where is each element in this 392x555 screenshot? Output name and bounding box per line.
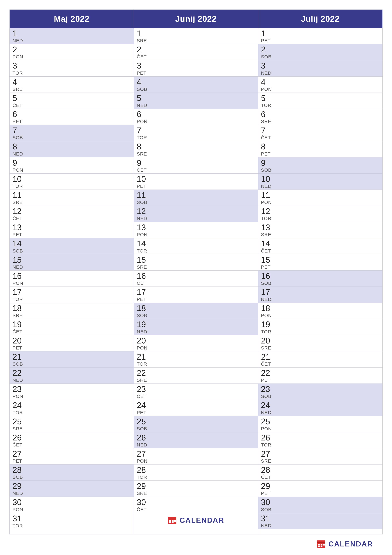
day-row: 17TOR — [10, 287, 134, 303]
day-number: 11 — [13, 191, 131, 200]
day-name: PET — [137, 410, 255, 415]
day-row: 15NED — [10, 254, 134, 270]
day-number: 9 — [261, 158, 379, 167]
day-name: PON — [137, 232, 255, 237]
day-number: 6 — [137, 110, 255, 119]
day-row: 2SOB — [258, 44, 382, 60]
day-name: SOB — [13, 475, 131, 480]
day-number: 19 — [13, 320, 131, 329]
day-name: TOR — [261, 329, 379, 335]
day-row: 8PET — [258, 141, 382, 157]
day-name: PET — [261, 264, 379, 270]
inline-logo-text: CALENDAR — [179, 516, 224, 525]
day-name: NED — [13, 378, 131, 383]
day-number: 8 — [137, 142, 255, 151]
day-number: 22 — [137, 368, 255, 378]
day-name: NED — [261, 183, 379, 189]
day-number: 9 — [137, 158, 255, 167]
day-number: 23 — [137, 385, 255, 394]
month-column-1: Junij 20221SRE2ČET3PET4SOB5NED6PON7TOR8S… — [134, 10, 258, 534]
day-name: SOB — [13, 135, 131, 140]
day-row: 8NED — [10, 141, 134, 157]
day-name: PET — [13, 458, 131, 464]
day-name: ČET — [13, 442, 131, 448]
day-name: SOB — [261, 54, 379, 59]
day-row: 4SRE — [10, 77, 134, 93]
day-name: ČET — [261, 248, 379, 254]
day-number: 21 — [261, 352, 379, 361]
day-row: 27PET — [10, 448, 134, 465]
svg-rect-12 — [321, 544, 322, 546]
day-number: 30 — [13, 498, 131, 507]
day-number: 4 — [261, 78, 379, 87]
day-name: NED — [261, 70, 379, 76]
day-number: 29 — [13, 482, 131, 491]
day-number: 16 — [13, 271, 131, 280]
day-number: 12 — [261, 207, 379, 216]
day-name: ČET — [13, 103, 131, 108]
day-number: 20 — [137, 336, 255, 345]
day-number: 23 — [13, 385, 131, 394]
day-row: 28ČET — [258, 465, 382, 481]
day-row: 18SOB — [134, 303, 258, 319]
day-number: 14 — [261, 239, 379, 248]
day-name: PON — [261, 426, 379, 431]
day-row: 9ČET — [134, 157, 258, 174]
day-name: SRE — [13, 87, 131, 92]
day-number: 29 — [261, 482, 379, 491]
day-name: SRE — [13, 313, 131, 318]
day-row: 10PET — [134, 174, 258, 190]
day-row: 12TOR — [258, 206, 382, 222]
day-name: TOR — [13, 70, 131, 76]
day-number: 3 — [137, 61, 255, 70]
day-name: SOB — [137, 313, 255, 318]
day-row: 28TOR — [134, 465, 258, 481]
day-name: SRE — [13, 426, 131, 431]
day-number: 17 — [261, 288, 379, 297]
day-number: 21 — [137, 352, 255, 361]
day-name: ČET — [137, 167, 255, 173]
day-row: 16SOB — [258, 270, 382, 287]
day-row: 20SRE — [258, 335, 382, 351]
day-name: TOR — [261, 103, 379, 108]
day-row: 30ČET — [134, 497, 258, 513]
day-number: 10 — [137, 175, 255, 183]
day-number: 19 — [137, 320, 255, 329]
day-name: SOB — [261, 507, 379, 512]
day-name: TOR — [261, 216, 379, 221]
svg-rect-5 — [174, 520, 176, 522]
svg-rect-13 — [323, 544, 325, 546]
day-row: 3TOR — [10, 60, 134, 76]
day-name: NED — [137, 216, 255, 221]
day-name: SOB — [137, 426, 255, 431]
day-name: PON — [13, 507, 131, 512]
day-row: 17NED — [258, 287, 382, 303]
empty-day-row: CALENDAR — [134, 513, 258, 527]
day-name: TOR — [13, 183, 131, 189]
day-row: 6PON — [134, 109, 258, 125]
day-row: 12ČET — [10, 206, 134, 222]
day-row: 16PON — [10, 270, 134, 287]
day-name: NED — [13, 491, 131, 496]
day-name: PET — [261, 151, 379, 157]
day-number: 1 — [137, 29, 255, 38]
months-grid: Maj 20221NED2PON3TOR4SRE5ČET6PET7SOB8NED… — [9, 9, 383, 534]
day-name: SOB — [261, 394, 379, 399]
day-row: 27PON — [134, 448, 258, 465]
day-name: SOB — [137, 87, 255, 92]
day-row: 27SRE — [258, 448, 382, 465]
day-number: 4 — [13, 78, 131, 87]
day-row: 18PON — [258, 303, 382, 319]
day-row: 6PET — [10, 109, 134, 125]
day-number: 9 — [13, 158, 131, 167]
day-name: SOB — [261, 167, 379, 173]
day-number: 12 — [137, 207, 255, 216]
day-name: PON — [261, 200, 379, 205]
day-number: 17 — [13, 288, 131, 297]
day-row: 20PON — [134, 335, 258, 351]
day-row: 13SRE — [258, 222, 382, 238]
day-name: SRE — [137, 264, 255, 270]
day-number: 14 — [137, 239, 255, 248]
day-number: 27 — [13, 449, 131, 458]
day-number: 15 — [137, 255, 255, 264]
